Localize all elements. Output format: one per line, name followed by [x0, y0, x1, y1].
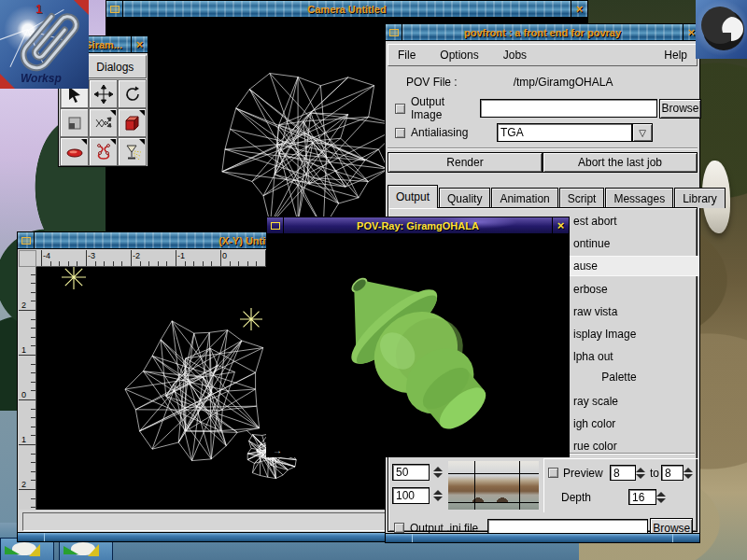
light-icon [123, 143, 142, 161]
render-width-spin[interactable] [433, 464, 445, 481]
resize-grip [44, 533, 45, 541]
yellow-sail-graphic [29, 544, 40, 556]
abort-button[interactable]: Abort the last job [543, 152, 698, 173]
render-height-spin[interactable] [433, 487, 445, 504]
output-image-label: Output Image [411, 95, 474, 121]
xy-mini-icon [21, 237, 31, 245]
preview-checkbox[interactable] [548, 468, 558, 478]
antialiasing-checkbox[interactable] [395, 128, 405, 138]
tool-scale-button[interactable] [60, 108, 89, 137]
dock-app-icon[interactable] [696, 0, 747, 59]
v-ruler-label: 1 [21, 435, 26, 444]
povray-render-viewport[interactable]: → [268, 235, 570, 457]
output-image-input[interactable] [480, 99, 657, 118]
v-ruler-label: 0 [21, 390, 26, 399]
workspace-clip[interactable]: 1 Worksp [0, 0, 89, 89]
povfront-tabs: Output Quality Animation Script Messages… [388, 185, 726, 208]
depth-label: Depth [561, 491, 628, 504]
tool-light-button[interactable] [118, 137, 147, 166]
camera-window-menu-button[interactable] [106, 1, 123, 17]
preview-to-spin[interactable] [684, 465, 696, 481]
v-ruler-label: 2 [21, 480, 26, 489]
format-dropdown-button[interactable]: ▽ [632, 123, 653, 142]
render-height-input[interactable] [392, 487, 430, 504]
xy-vertical-ruler: 3 2 1 0 1 2 [19, 267, 36, 510]
depth-spin[interactable] [656, 489, 669, 505]
crop-line-horizontal[interactable] [448, 473, 539, 474]
workspace-number: 1 [35, 2, 42, 16]
clip-corner-arrow[interactable] [74, 0, 89, 15]
tool-move-button[interactable] [89, 79, 118, 108]
povray-close-icon[interactable]: × [552, 217, 569, 233]
render-width-input[interactable] [392, 464, 430, 481]
povfront-window-menu-button[interactable] [386, 24, 402, 40]
toolbox-tool-grid [60, 79, 148, 166]
preview-to-input[interactable] [661, 465, 684, 481]
format-combo-input[interactable] [497, 123, 632, 142]
preview-group: Preview to Depth [543, 458, 698, 512]
v-ruler-label: 1 [21, 345, 26, 355]
camera-window-title: Camera Untitled [123, 1, 571, 17]
to-label: to [650, 467, 659, 480]
output-image-checkbox[interactable] [395, 104, 405, 114]
tool-disc-button[interactable] [60, 137, 89, 166]
toolbox-menu-dialogs[interactable]: Dialogs [96, 61, 134, 74]
povray-window-menu-button[interactable] [267, 217, 284, 233]
flyout-flag [110, 110, 116, 116]
xy-window-menu-button[interactable] [18, 232, 35, 248]
tab-animation[interactable]: Animation [491, 188, 557, 208]
tab-messages[interactable]: Messages [605, 188, 673, 208]
camera-titlebar[interactable]: Camera Untitled × [106, 1, 587, 18]
tab-output[interactable]: Output [388, 185, 438, 208]
toolbox-close-icon[interactable]: × [131, 36, 148, 52]
output-image-browse-button[interactable]: Browse [659, 99, 701, 119]
camera-mini-icon [110, 6, 120, 13]
rendered-green-object [268, 235, 570, 457]
crop-preview-image[interactable] [448, 461, 539, 510]
tab-quality[interactable]: Quality [439, 188, 490, 208]
bridge-graphic [465, 489, 517, 502]
v-ruler-label: 2 [21, 301, 26, 310]
render-height-row [392, 487, 445, 504]
h-ruler-label: 0 [222, 251, 227, 260]
povfront-mini-icon [389, 29, 399, 36]
povfront-window-title: povfront : a front end for povray [402, 24, 683, 40]
menu-file[interactable]: File [398, 49, 416, 62]
rotate-icon [123, 85, 142, 104]
povfront-resize-bar[interactable] [386, 533, 699, 542]
axis-marker: → [273, 445, 282, 455]
menu-options[interactable]: Options [440, 49, 478, 62]
menu-help[interactable]: Help [664, 49, 687, 62]
povray-mini-icon [271, 222, 280, 230]
v-ruler-label: 3 [21, 267, 26, 268]
workspace-label: Worksp [21, 72, 62, 85]
povray-titlebar[interactable]: POV-Ray: GiramgOHALA × [267, 217, 569, 234]
resize-grip [672, 534, 673, 542]
antialiasing-label: Antialiasing [411, 126, 497, 139]
crop-line-horizontal[interactable] [448, 502, 539, 503]
render-button[interactable]: Render [388, 152, 543, 173]
mesh-icon [94, 114, 113, 133]
tool-box-button[interactable] [118, 108, 147, 137]
preview-label: Preview [563, 467, 610, 480]
depth-input[interactable] [628, 489, 656, 505]
tool-lathe-button[interactable] [89, 137, 118, 166]
tool-rotate-button[interactable] [118, 79, 147, 108]
h-ruler-label: -3 [88, 251, 95, 260]
preview-from-spin[interactable] [636, 465, 648, 481]
povfront-titlebar[interactable]: povfront : a front end for povray × [386, 24, 699, 41]
povray-window-title: POV-Ray: GiramgOHALA [284, 217, 552, 233]
povfront-menubar: File Options Jobs Help [388, 44, 698, 66]
preview-from-input[interactable] [610, 465, 636, 481]
camera-close-icon[interactable]: × [571, 1, 587, 17]
tool-mesh-button[interactable] [89, 108, 118, 137]
disc-icon [65, 143, 84, 161]
lathe-icon [94, 143, 113, 161]
yellow-sail-graphic [88, 544, 99, 556]
ini-checkbox[interactable] [394, 523, 404, 533]
clip-corner-arrow[interactable] [0, 74, 15, 89]
flyout-flag [139, 110, 145, 116]
menu-jobs[interactable]: Jobs [503, 49, 527, 62]
tab-library[interactable]: Library [674, 188, 726, 208]
tab-script[interactable]: Script [559, 188, 605, 208]
